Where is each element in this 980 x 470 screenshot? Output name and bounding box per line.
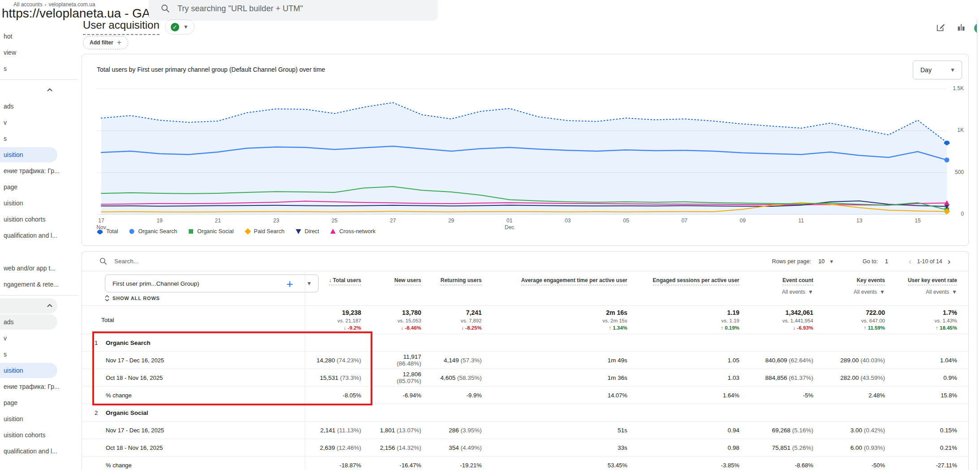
- sidebar-item-label: uisition cohorts: [4, 216, 45, 223]
- sidebar-item-page[interactable]: page: [0, 179, 81, 195]
- sidebar-item-page[interactable]: page: [0, 395, 81, 411]
- global-search[interactable]: Try searching "URL builder + UTM": [149, 0, 438, 21]
- legend-item-cross-network: Cross-network: [330, 228, 376, 235]
- table-row: % change-8.05%-6.94%-9.9%14.07%1.64%-5%2…: [82, 387, 968, 404]
- column-header-key-events[interactable]: Key eventsAll events▼: [829, 271, 901, 295]
- sidebar-item-hot[interactable]: hot: [0, 28, 81, 44]
- report-nav-sidebar: hotviewsadsvsuisitionение трафика: Гр...…: [0, 28, 81, 459]
- metric-cell: 15,531 (73.3%): [305, 374, 379, 381]
- report-status-chip[interactable]: ✓ ▼: [165, 19, 194, 35]
- sidebar-item-web-and-or-app-t-[interactable]: web and/or app t...: [0, 260, 81, 276]
- table-row: Oct 18 - Nov 16, 202515,531 (73.3%)12,80…: [82, 369, 968, 387]
- sidebar-item-uisition[interactable]: uisition: [0, 147, 81, 163]
- column-header-event-count[interactable]: Event countAll events▼: [756, 271, 829, 295]
- sidebar-item-uisition[interactable]: uisition: [0, 411, 81, 427]
- expand-rows-icon: [105, 295, 109, 301]
- sidebar-item-qualification-and-l-[interactable]: qualification and l...: [0, 227, 81, 244]
- chevron-down-icon[interactable]: ▼: [829, 259, 834, 264]
- table-toolbar: Search... Rows per page: 10 ▼ Go to: 1 ‹…: [82, 252, 968, 271]
- go-to-input[interactable]: 1: [885, 258, 888, 265]
- y-axis-tick: 0: [946, 211, 964, 217]
- sidebar-item-s[interactable]: s: [0, 131, 81, 147]
- sidebar-item-s[interactable]: s: [0, 346, 81, 362]
- show-all-rows-button[interactable]: SHOW ALL ROWS: [105, 295, 160, 301]
- column-header-average-engagement-time-per-active-user[interactable]: Average engagement time per active user: [498, 271, 643, 285]
- x-axis-tick: 23: [266, 218, 286, 224]
- go-to-label: Go to:: [863, 258, 878, 265]
- sidebar-item-view[interactable]: view: [0, 44, 81, 61]
- add-filter-label: Add filter: [90, 39, 113, 46]
- sidebar-item-label: page: [4, 183, 17, 191]
- edit-report-icon[interactable]: [936, 22, 945, 32]
- sidebar-item-ение-трафика-гр-[interactable]: ение трафика: Гр...: [0, 379, 81, 395]
- table-group-row-organic-search[interactable]: 1Organic Search: [82, 334, 968, 352]
- legend-marker-icon: [129, 228, 135, 235]
- add-dimension-button[interactable]: +: [286, 277, 293, 291]
- metric-cell: 286 (3.95%): [437, 427, 498, 434]
- column-header-user-key-event-rate[interactable]: User key event rateAll events▼: [901, 271, 968, 295]
- sidebar-item-v[interactable]: v: [0, 114, 81, 131]
- table-search-input[interactable]: Search...: [114, 258, 138, 265]
- scrollbar[interactable]: [977, 19, 980, 470]
- metric-cell: 0.98: [643, 444, 756, 451]
- sidebar-item-label: uisition: [4, 200, 23, 207]
- chart-legend: TotalOrganic SearchOrganic SocialPaid Se…: [97, 228, 376, 235]
- x-axis-tick: 19: [150, 218, 169, 224]
- total-row-label: Total: [82, 317, 305, 323]
- column-header-engaged-sessions-per-active-user[interactable]: Engaged sessions per active user: [643, 271, 756, 285]
- sidebar-item-ение-трафика-гр-[interactable]: ение трафика: Гр...: [0, 163, 81, 179]
- column-header-returning-users[interactable]: Returning users: [437, 271, 498, 285]
- x-axis-tick: 03: [558, 218, 578, 224]
- x-axis-tick: 15: [908, 218, 928, 224]
- sidebar-item-qualification-and-l-[interactable]: qualification and l...: [0, 443, 81, 459]
- sidebar-collapse-button[interactable]: [0, 82, 81, 98]
- table-row-total: Total19,238vs. 21,187↓ -9.2%13,780vs. 15…: [82, 306, 968, 334]
- total-metric: 2m 16svs. 2m 15s↑ 1.34%: [498, 309, 643, 331]
- column-header-new-users[interactable]: New users: [379, 271, 437, 285]
- sidebar-item-uisition-cohorts[interactable]: uisition cohorts: [0, 211, 81, 227]
- legend-label: Organic Social: [197, 228, 233, 235]
- add-filter-button[interactable]: Add filter +: [83, 36, 128, 49]
- legend-item-direct: Direct: [295, 228, 319, 235]
- sidebar-item-v[interactable]: v: [0, 330, 81, 346]
- customize-report-icon[interactable]: [956, 22, 966, 32]
- chevron-down-icon[interactable]: ▼: [952, 289, 957, 295]
- sidebar-item-label: uisition: [4, 415, 23, 422]
- sidebar-collapse-button[interactable]: [0, 298, 81, 314]
- legend-marker-icon: [97, 228, 103, 235]
- metric-cell: 2,639 (12.46%): [305, 444, 379, 451]
- metric-cell: 1.04%: [901, 357, 968, 364]
- sidebar-item-ads[interactable]: ads: [0, 98, 81, 114]
- next-page-icon[interactable]: ›: [942, 257, 956, 266]
- chevron-down-icon[interactable]: ▼: [880, 289, 885, 295]
- sidebar-item-s[interactable]: s: [0, 61, 81, 77]
- channel-name: Organic Social: [106, 409, 148, 416]
- arrow-up-icon: ↑: [609, 325, 611, 331]
- sidebar-item-uisition-cohorts[interactable]: uisition cohorts: [0, 427, 81, 443]
- legend-marker-icon: [188, 228, 194, 235]
- metric-cell: 1m 36s: [498, 374, 643, 381]
- rows-per-page-select[interactable]: 10: [818, 258, 825, 265]
- legend-item-organic-search: Organic Search: [129, 228, 177, 235]
- sidebar-item-uisition[interactable]: uisition: [0, 195, 81, 211]
- granularity-select[interactable]: Day ▼: [913, 61, 962, 79]
- sidebar-divider: [0, 292, 81, 298]
- sidebar-item-ngagement-rete-[interactable]: ngagement & rete...: [0, 276, 81, 292]
- timeseries-chart[interactable]: [97, 86, 950, 218]
- sidebar-item-label: web and/or app t...: [4, 265, 56, 272]
- chevron-down-icon[interactable]: ▼: [183, 24, 189, 30]
- x-axis-tick: 13: [850, 218, 869, 224]
- sidebar-item-ads[interactable]: ads: [0, 314, 81, 330]
- total-metric: 1.19vs. 1.19↑ 0.19%: [643, 309, 756, 331]
- x-axis-tick: 11: [791, 218, 811, 224]
- previous-page-icon[interactable]: ‹: [903, 257, 917, 266]
- chevron-down-icon[interactable]: ▼: [808, 289, 813, 295]
- sidebar-spacer: [0, 244, 81, 260]
- page-title: User acquisition: [83, 19, 160, 35]
- legend-item-total: Total: [97, 228, 118, 235]
- table-group-row-organic-social[interactable]: 2Organic Social: [82, 404, 968, 422]
- sidebar-item-uisition[interactable]: uisition: [0, 362, 81, 379]
- metric-cell: 0.9%: [901, 374, 968, 381]
- sidebar-item-label: ение трафика: Гр...: [4, 383, 60, 390]
- search-icon[interactable]: [99, 257, 108, 265]
